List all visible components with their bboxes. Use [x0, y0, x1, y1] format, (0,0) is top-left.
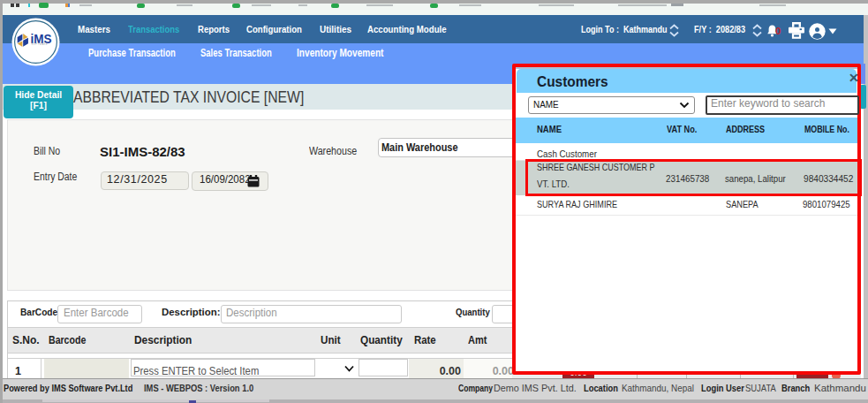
- svg-text:SOFTWARE: SOFTWARE: [32, 42, 49, 46]
